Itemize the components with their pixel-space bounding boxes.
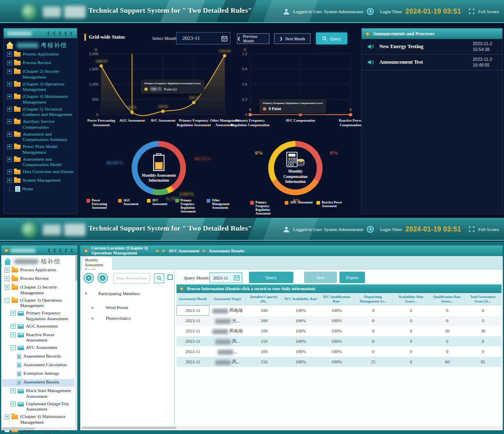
expand-icon[interactable]: +	[11, 402, 16, 406]
legend-item-primary-frequency-regulation-assessment[interactable]: Primary Frequency Regulation Assessment	[175, 199, 203, 213]
tree-item-exemption-settings[interactable]: Exemption Settings	[2, 370, 74, 378]
tree-item-avc-assessment[interactable]: −AVC Assessment	[2, 344, 74, 352]
column-header-assessment-month[interactable]: Assessment Month	[177, 293, 209, 305]
breadcrumb-item[interactable]: Assessment Results	[209, 249, 245, 253]
column-header-total-assessment-score-st[interactable]: Total Assessment Score (St...	[465, 293, 502, 305]
collapse-chevrons-icon[interactable]: ❮ ❮ ❮ ❮ ❮	[47, 248, 74, 252]
expand-icon[interactable]: +	[7, 52, 12, 57]
legend-item-avc-assessment[interactable]: AVC Assessment	[147, 199, 172, 206]
fullscreen-icon[interactable]	[468, 226, 476, 233]
legend-item-agc-assessment[interactable]: AGC Assessment	[285, 201, 313, 205]
expand-icon[interactable]: +	[7, 169, 12, 174]
announcement-item-new-energy-testing[interactable]: New Energy Testing2023-11-215:54:38	[362, 39, 502, 55]
legend-item-other-management-assessments[interactable]: Other Management Assessments	[207, 199, 235, 210]
legend-item-power-forecasting-assessment[interactable]: Power Forecasting Assessment	[86, 199, 114, 210]
expand-icon[interactable]: +	[7, 132, 12, 137]
breadcrumb-item[interactable]: AVC Assessment	[169, 249, 200, 253]
sidebar-item-process-review[interactable]: +Process Review	[7, 60, 76, 67]
calendar-icon[interactable]	[234, 275, 240, 281]
members-tree-root[interactable]: ▼ Participating Members	[84, 291, 139, 296]
expand-icon[interactable]: +	[5, 276, 9, 281]
sidebar-item-data-correction-and-alarms[interactable]: +Data Correction and Alarms	[7, 169, 76, 176]
expand-icon[interactable]: +	[11, 311, 16, 316]
sent-button[interactable]: Sent	[304, 272, 337, 283]
expand-all-button[interactable]: ▼	[84, 273, 94, 283]
expand-icon[interactable]: +	[11, 388, 16, 393]
tab-monthly-assessment-results[interactable]: Monthly Assessment Results	[82, 257, 112, 270]
tree-expanded-icon[interactable]: ▼	[84, 292, 88, 295]
expand-icon[interactable]: +	[11, 324, 16, 329]
tree-collapsed-icon[interactable]: ▶	[92, 306, 94, 309]
tree-item-agc-assessment[interactable]: +AGC Assessment	[2, 323, 74, 331]
members-tree-item-wind-power[interactable]: ▶ Wind Power	[92, 305, 128, 310]
collapse-chevrons-icon[interactable]: ❮ ❮ ❮ ❮ ❮	[47, 31, 74, 35]
expand-icon[interactable]: +	[7, 144, 12, 149]
tree-item-chapter-3-operations-management[interactable]: −(Chapter 3) Operations Management	[2, 297, 74, 309]
sidebar-item-home[interactable]: Home	[7, 186, 76, 194]
legend-item-primary-frequency-regulation-assessment[interactable]: Primary Frequency Regulation Assessment	[250, 201, 281, 215]
legend-item-reactive-power-assessment[interactable]: Reactive Power Assessment	[316, 201, 347, 208]
tree-item-assessment-calculation[interactable]: Assessment Calculation	[2, 362, 74, 369]
fullscreen-label[interactable]: Full Screen	[478, 9, 499, 14]
tree-root[interactable]: 核补偿	[4, 258, 60, 265]
tree-item-black-start-management-assessment[interactable]: +Black Start Management Assessment	[2, 388, 74, 400]
horizontal-scrollbar[interactable]	[1, 427, 75, 430]
sidebar-item-system-management[interactable]: +System Management	[7, 178, 76, 185]
collapse-all-button[interactable]: ▼	[98, 273, 108, 283]
export-button[interactable]: Export	[339, 272, 365, 283]
query-button[interactable]: Query	[249, 272, 293, 283]
query-button[interactable]: Query	[316, 32, 347, 44]
expand-icon[interactable]: +	[7, 69, 12, 74]
tree-item-chapter-2-security-management[interactable]: +(Chapter 2) Security Management	[2, 284, 74, 296]
expand-icon[interactable]: −	[5, 298, 9, 303]
table-row[interactable]: 2023-11 风...150100%100%0000	[177, 336, 502, 346]
legend-item-agc-assessment[interactable]: AGC Assessment	[118, 199, 143, 206]
sidebar-item-ancillary-service-compensation[interactable]: +Ancillary Service Compensation	[7, 119, 76, 130]
expand-icon[interactable]: +	[7, 82, 12, 87]
sidebar-item-assessment-and-compensation-model[interactable]: +Assessment and Compensation Model	[7, 157, 76, 168]
fullscreen-label[interactable]: Full Screen	[478, 227, 499, 232]
tree-item-primary-frequency-regulation-assessment[interactable]: +Primary Frequency Regulation Assessment	[2, 310, 74, 322]
sidebar-item-chapter-3-operations-management[interactable]: +(Chapter 3) Operations Management	[7, 81, 76, 93]
expand-icon[interactable]: +	[7, 157, 12, 162]
vertical-scrollbar[interactable]	[75, 255, 77, 430]
expand-icon[interactable]: +	[7, 178, 12, 183]
table-row[interactable]: 2023-11 风电场100100%100%0000	[177, 305, 502, 316]
announcement-item-announcement-test[interactable]: Announcement Test2023-11-216:48:55	[362, 55, 502, 70]
calendar-icon[interactable]	[221, 35, 228, 42]
column-header-qualification-rate-assess[interactable]: Qualification Rate Assess...	[430, 293, 465, 305]
fuzzy-search-input[interactable]	[114, 273, 150, 284]
sidebar-collapse-bar[interactable]: ❮ ❮ ❮ ❮ ❮	[4, 28, 77, 38]
sidebar-item-chapter-2-security-management[interactable]: +(Chapter 2) Security Management	[7, 69, 76, 80]
tree-collapsed-icon[interactable]: ▶	[92, 316, 94, 320]
tree-item-assessment-records[interactable]: Assessment Records	[2, 353, 74, 361]
tree-item-reactive-power-assessment[interactable]: +Reactive Power Assessment	[2, 332, 74, 344]
sidebar-item-process-application[interactable]: +Process Application	[7, 51, 76, 59]
expand-icon[interactable]: +	[5, 285, 9, 290]
column-header-avc-qualification-rate[interactable]: AVC Qualification Rate	[319, 293, 354, 305]
previous-month-button[interactable]: ❮Previous Month	[237, 33, 269, 44]
expand-icon[interactable]: +	[5, 414, 9, 419]
column-header-avc-availability-rate[interactable]: AVC Availability Rate	[283, 293, 319, 305]
tree-item-unplanned-outage-trip-assessment[interactable]: +Unplanned Outage/Trip Assessment	[2, 401, 74, 413]
table-row[interactable]: 2023-11 光...200100%100%0000	[177, 316, 502, 326]
members-tree-item-photovoltaics[interactable]: ▶ Photovoltaics	[92, 316, 130, 321]
column-header-dispatching-management-as[interactable]: Dispatching Management As...	[354, 293, 392, 305]
expand-icon[interactable]: +	[7, 94, 12, 99]
tree-item-process-application[interactable]: +Process Application	[2, 267, 74, 275]
scrollbar-thumb[interactable]	[82, 427, 177, 429]
tree-root[interactable]: 考核补偿	[6, 42, 67, 49]
expand-icon[interactable]: +	[5, 268, 9, 272]
table-row[interactable]: 2023-11 风电场100100%100%003030	[177, 326, 502, 336]
expand-icon[interactable]: +	[7, 107, 12, 112]
tree-item-process-review[interactable]: +Process Review	[2, 275, 74, 283]
expand-icon[interactable]: +	[11, 332, 16, 337]
expand-icon[interactable]: +	[7, 119, 12, 124]
tree-item-chapter-4-maintenance-management[interactable]: +(Chapter 4) Maintenance Management	[2, 413, 74, 426]
scrollbar-thumb[interactable]	[75, 256, 77, 281]
tree-item-assessment-results[interactable]: Assessment Results	[2, 379, 74, 387]
column-header-assessment-target[interactable]: Assessment Target	[209, 293, 246, 305]
sidebar-item-power-plant-model-management[interactable]: +Power Plant Model Management	[7, 144, 76, 155]
sidebar-item-chapter-4-maintenance-management[interactable]: +(Chapter 4) Maintenance Management	[7, 94, 76, 105]
column-header-installed-capacity-m[interactable]: Installed Capacity (M...	[246, 293, 283, 305]
